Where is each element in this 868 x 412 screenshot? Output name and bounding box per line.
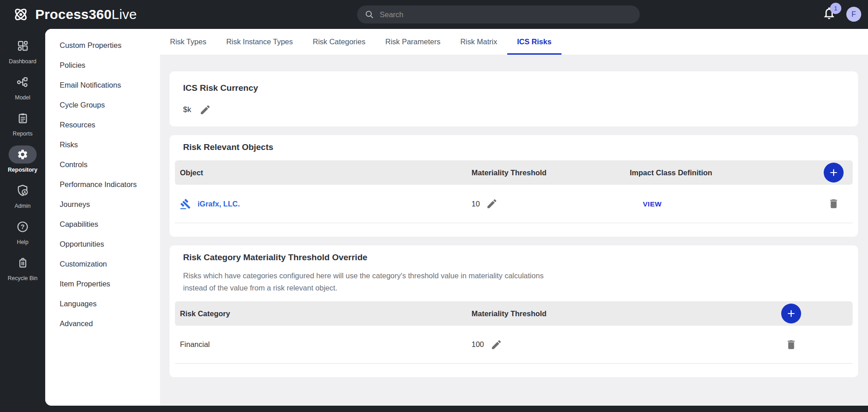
pencil-icon	[486, 198, 498, 210]
sidebar-item-customization[interactable]: Customization	[45, 254, 160, 274]
tab-risk-categories[interactable]: Risk Categories	[303, 29, 375, 55]
rail-label: Dashboard	[9, 58, 36, 65]
rail-item-help[interactable]: ? Help	[0, 213, 45, 249]
ics-risk-currency-card: ICS Risk Currency $k	[170, 71, 858, 126]
card-title: Risk Relevant Objects	[183, 140, 844, 154]
card-title: Risk Category Materiality Threshold Over…	[183, 251, 844, 264]
notifications-button[interactable]: 1	[822, 6, 843, 24]
rail-label: Help	[17, 239, 28, 245]
card-description: Risks which have categories configured h…	[183, 270, 547, 294]
materiality-threshold-value: 100	[472, 340, 484, 349]
ics-risks-content: ICS Risk Currency $k Risk Relevant Objec…	[160, 55, 868, 406]
edit-threshold-button[interactable]	[491, 339, 502, 351]
currency-value: $k	[183, 105, 191, 114]
sidebar-item-email-notifications[interactable]: Email Notifications	[45, 75, 160, 95]
column-header-materiality-threshold: Materiality Threshold	[472, 169, 630, 177]
plus-icon	[829, 168, 839, 178]
sidebar-item-resources[interactable]: Resources	[45, 115, 160, 135]
add-risk-relevant-object-button[interactable]	[824, 163, 844, 183]
rail-item-reports[interactable]: Reports	[0, 105, 45, 141]
rail-label: Recycle Bin	[8, 275, 38, 281]
risk-category-override-card: Risk Category Materiality Threshold Over…	[170, 245, 858, 377]
help-icon: ?	[16, 218, 29, 236]
delete-category-button[interactable]	[785, 339, 797, 351]
sidebar-item-journeys[interactable]: Journeys	[45, 194, 160, 214]
tab-risk-matrix[interactable]: Risk Matrix	[450, 29, 507, 55]
delete-object-button[interactable]	[828, 198, 840, 210]
view-impact-class-link[interactable]: VIEW	[643, 200, 662, 208]
rail-item-recycle-bin[interactable]: Recycle Bin	[0, 249, 45, 286]
relevant-objects-table-header: Object Materiality Threshold Impact Clas…	[175, 160, 853, 185]
topbar: Process360Live 1 F	[0, 0, 868, 29]
user-avatar[interactable]: F	[846, 7, 861, 22]
admin-shield-icon	[16, 182, 29, 200]
sidebar-item-custom-properties[interactable]: Custom Properties	[45, 35, 160, 55]
column-header-materiality-threshold: Materiality Threshold	[472, 309, 771, 318]
model-icon	[16, 73, 29, 91]
rail-label: Reports	[13, 131, 33, 137]
main-surface: Custom Properties Policies Email Notific…	[45, 29, 868, 406]
recycle-bin-icon	[17, 254, 29, 272]
sidebar-item-cycle-groups[interactable]: Cycle Groups	[45, 95, 160, 115]
reports-icon	[17, 109, 29, 127]
rail-label: Model	[15, 94, 30, 101]
sidebar-item-capabilities[interactable]: Capabilities	[45, 214, 160, 234]
search-bar[interactable]	[357, 5, 640, 23]
gavel-icon	[180, 198, 191, 210]
nav-rail: Dashboard Model Reports	[0, 29, 45, 412]
add-category-override-button[interactable]	[781, 304, 801, 323]
tab-risk-types[interactable]: Risk Types	[160, 29, 216, 55]
sidebar-item-controls[interactable]: Controls	[45, 154, 160, 174]
rail-label: Repository	[8, 167, 37, 173]
column-header-risk-category: Risk Category	[180, 309, 472, 318]
rail-item-repository[interactable]: Repository	[0, 141, 45, 177]
sidebar-item-advanced[interactable]: Advanced	[45, 314, 160, 333]
table-row: Financial 100	[175, 326, 853, 364]
materiality-threshold-value: 10	[472, 200, 480, 208]
table-row: iGrafx, LLC. 10 VIEW	[175, 185, 853, 223]
risk-relevant-objects-card: Risk Relevant Objects Object Materiality…	[170, 135, 858, 237]
search-icon	[364, 9, 374, 19]
search-input[interactable]	[380, 10, 632, 19]
tab-risk-instance-types[interactable]: Risk Instance Types	[216, 29, 302, 55]
sidebar-item-risks[interactable]: Risks	[45, 135, 160, 154]
pencil-icon	[199, 104, 211, 116]
dashboard-icon	[17, 37, 29, 55]
pencil-icon	[491, 339, 502, 351]
rail-item-dashboard[interactable]: Dashboard	[0, 33, 45, 69]
tab-risk-parameters[interactable]: Risk Parameters	[375, 29, 450, 55]
tab-ics-risks[interactable]: ICS Risks	[507, 29, 561, 55]
rail-item-model[interactable]: Model	[0, 69, 45, 105]
risk-tabs: Risk Types Risk Instance Types Risk Cate…	[160, 29, 868, 55]
column-header-impact-class-definition: Impact Class Definition	[630, 169, 813, 177]
object-link[interactable]: iGrafx, LLC.	[198, 200, 240, 208]
sidebar-item-performance-indicators[interactable]: Performance Indicators	[45, 174, 160, 194]
rail-label: Admin	[14, 203, 30, 209]
trash-icon	[785, 339, 797, 351]
brand-name: Process360Live	[35, 7, 137, 22]
risk-category-value: Financial	[180, 340, 472, 349]
edit-currency-button[interactable]	[199, 104, 211, 116]
rail-item-admin[interactable]: Admin	[0, 177, 45, 213]
sidebar-item-languages[interactable]: Languages	[45, 294, 160, 314]
repository-sidebar: Custom Properties Policies Email Notific…	[45, 29, 160, 406]
edit-threshold-button[interactable]	[486, 198, 498, 210]
card-title: ICS Risk Currency	[183, 81, 844, 95]
svg-text:?: ?	[21, 223, 25, 230]
column-header-object: Object	[180, 169, 472, 177]
notification-count-badge: 1	[830, 3, 841, 14]
sidebar-item-policies[interactable]: Policies	[45, 55, 160, 75]
sidebar-item-item-properties[interactable]: Item Properties	[45, 274, 160, 294]
brand-logo[interactable]: Process360Live	[12, 5, 137, 23]
plus-icon	[786, 309, 796, 318]
atom-logo-icon	[12, 5, 30, 23]
sidebar-item-opportunities[interactable]: Opportunities	[45, 234, 160, 254]
gear-icon	[9, 145, 37, 164]
trash-icon	[828, 198, 840, 210]
category-override-table-header: Risk Category Materiality Threshold	[175, 301, 853, 326]
